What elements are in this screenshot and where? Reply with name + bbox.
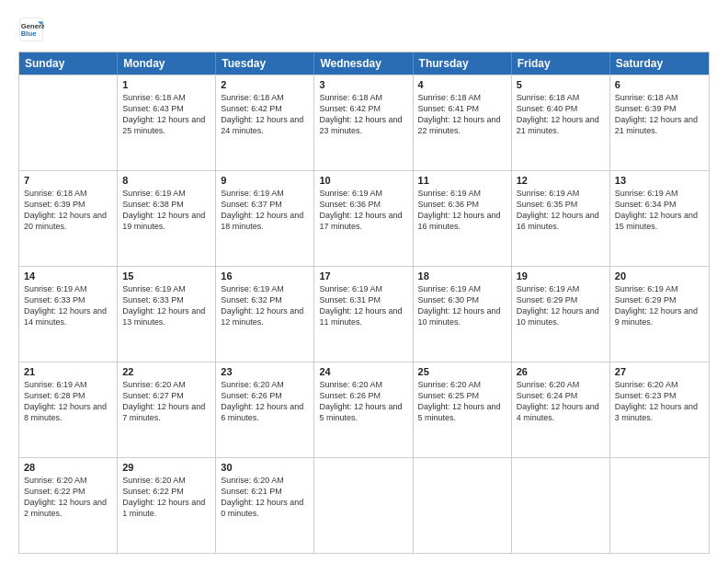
day-number: 28: [24, 462, 112, 473]
cal-cell-2-4: 10 Sunrise: 6:19 AMSunset: 6:36 PMDaylig…: [314, 171, 413, 266]
day-info: Sunrise: 6:19 AMSunset: 6:38 PMDaylight:…: [122, 188, 210, 233]
day-info: Sunrise: 6:18 AMSunset: 6:41 PMDaylight:…: [418, 92, 506, 137]
day-number: 16: [221, 270, 309, 282]
header: General Blue: [18, 17, 710, 42]
logo-icon: General Blue: [18, 17, 44, 42]
cal-cell-3-7: 20 Sunrise: 6:19 AMSunset: 6:29 PMDaylig…: [610, 267, 709, 362]
page: General Blue SundayMondayTuesdayWednesda…: [0, 0, 728, 563]
day-number: 11: [418, 175, 506, 186]
cal-cell-4-1: 21 Sunrise: 6:19 AMSunset: 6:28 PMDaylig…: [19, 362, 118, 457]
day-number: 18: [418, 270, 506, 282]
week-row-1: 1 Sunrise: 6:18 AMSunset: 6:43 PMDayligh…: [19, 75, 709, 170]
day-info: Sunrise: 6:20 AMSunset: 6:26 PMDaylight:…: [221, 379, 309, 424]
day-number: 6: [615, 79, 704, 90]
cal-cell-1-5: 4 Sunrise: 6:18 AMSunset: 6:41 PMDayligh…: [414, 75, 512, 170]
col-header-wednesday: Wednesday: [314, 52, 413, 75]
week-row-3: 14 Sunrise: 6:19 AMSunset: 6:33 PMDaylig…: [19, 266, 709, 362]
day-info: Sunrise: 6:20 AMSunset: 6:27 PMDaylight:…: [122, 379, 210, 424]
day-info: Sunrise: 6:20 AMSunset: 6:24 PMDaylight:…: [517, 379, 605, 424]
cal-cell-4-2: 22 Sunrise: 6:20 AMSunset: 6:27 PMDaylig…: [118, 362, 216, 457]
day-number: 7: [24, 175, 112, 186]
day-number: 8: [122, 175, 210, 186]
cal-cell-4-7: 27 Sunrise: 6:20 AMSunset: 6:23 PMDaylig…: [610, 362, 709, 457]
day-number: 4: [418, 79, 506, 90]
cal-cell-3-2: 15 Sunrise: 6:19 AMSunset: 6:33 PMDaylig…: [118, 267, 216, 362]
cal-cell-1-4: 3 Sunrise: 6:18 AMSunset: 6:42 PMDayligh…: [314, 75, 413, 170]
logo: General Blue: [18, 17, 48, 42]
day-info: Sunrise: 6:20 AMSunset: 6:22 PMDaylight:…: [24, 475, 112, 520]
day-info: Sunrise: 6:19 AMSunset: 6:33 PMDaylight:…: [24, 283, 112, 328]
cal-cell-2-1: 7 Sunrise: 6:18 AMSunset: 6:39 PMDayligh…: [19, 171, 118, 266]
cal-cell-3-6: 19 Sunrise: 6:19 AMSunset: 6:29 PMDaylig…: [512, 267, 610, 362]
day-number: 24: [319, 366, 407, 377]
day-info: Sunrise: 6:20 AMSunset: 6:25 PMDaylight:…: [418, 379, 506, 424]
day-info: Sunrise: 6:19 AMSunset: 6:37 PMDaylight:…: [221, 188, 309, 233]
day-number: 20: [615, 270, 704, 282]
day-info: Sunrise: 6:19 AMSunset: 6:36 PMDaylight:…: [418, 188, 506, 233]
day-number: 26: [517, 366, 605, 377]
day-info: Sunrise: 6:20 AMSunset: 6:22 PMDaylight:…: [122, 475, 210, 520]
day-info: Sunrise: 6:18 AMSunset: 6:42 PMDaylight:…: [221, 92, 309, 137]
cal-cell-3-4: 17 Sunrise: 6:19 AMSunset: 6:31 PMDaylig…: [314, 267, 413, 362]
day-number: 29: [122, 462, 210, 473]
day-info: Sunrise: 6:18 AMSunset: 6:39 PMDaylight:…: [615, 92, 704, 137]
cal-cell-5-5: [414, 458, 512, 553]
cal-cell-2-5: 11 Sunrise: 6:19 AMSunset: 6:36 PMDaylig…: [414, 171, 512, 266]
cal-cell-3-3: 16 Sunrise: 6:19 AMSunset: 6:32 PMDaylig…: [216, 267, 314, 362]
day-number: 22: [122, 366, 210, 377]
day-info: Sunrise: 6:18 AMSunset: 6:42 PMDaylight:…: [319, 92, 407, 137]
calendar-body: 1 Sunrise: 6:18 AMSunset: 6:43 PMDayligh…: [19, 75, 709, 553]
cal-cell-4-3: 23 Sunrise: 6:20 AMSunset: 6:26 PMDaylig…: [216, 362, 314, 457]
calendar-header: SundayMondayTuesdayWednesdayThursdayFrid…: [19, 52, 709, 75]
day-number: 17: [319, 270, 407, 282]
day-number: 10: [319, 175, 407, 186]
day-info: Sunrise: 6:19 AMSunset: 6:34 PMDaylight:…: [615, 188, 704, 233]
day-info: Sunrise: 6:19 AMSunset: 6:32 PMDaylight:…: [221, 283, 309, 328]
day-number: 25: [418, 366, 506, 377]
day-number: 1: [122, 79, 210, 90]
col-header-thursday: Thursday: [414, 52, 512, 75]
cal-cell-1-1: [19, 75, 118, 170]
cal-cell-3-1: 14 Sunrise: 6:19 AMSunset: 6:33 PMDaylig…: [19, 267, 118, 362]
day-info: Sunrise: 6:20 AMSunset: 6:26 PMDaylight:…: [319, 379, 407, 424]
day-number: 13: [615, 175, 704, 186]
day-info: Sunrise: 6:18 AMSunset: 6:39 PMDaylight:…: [24, 188, 112, 233]
cal-cell-3-5: 18 Sunrise: 6:19 AMSunset: 6:30 PMDaylig…: [414, 267, 512, 362]
cal-cell-1-7: 6 Sunrise: 6:18 AMSunset: 6:39 PMDayligh…: [610, 75, 709, 170]
day-info: Sunrise: 6:18 AMSunset: 6:43 PMDaylight:…: [122, 92, 210, 137]
day-number: 30: [221, 462, 309, 473]
day-info: Sunrise: 6:19 AMSunset: 6:28 PMDaylight:…: [24, 379, 112, 424]
cal-cell-5-4: [314, 458, 413, 553]
cal-cell-5-2: 29 Sunrise: 6:20 AMSunset: 6:22 PMDaylig…: [118, 458, 216, 553]
day-number: 3: [319, 79, 407, 90]
day-info: Sunrise: 6:19 AMSunset: 6:35 PMDaylight:…: [517, 188, 605, 233]
day-info: Sunrise: 6:20 AMSunset: 6:23 PMDaylight:…: [615, 379, 704, 424]
cal-cell-5-1: 28 Sunrise: 6:20 AMSunset: 6:22 PMDaylig…: [19, 458, 118, 553]
day-info: Sunrise: 6:19 AMSunset: 6:30 PMDaylight:…: [418, 283, 506, 328]
day-number: 14: [24, 270, 112, 282]
cal-cell-4-6: 26 Sunrise: 6:20 AMSunset: 6:24 PMDaylig…: [512, 362, 610, 457]
cal-cell-5-6: [512, 458, 610, 553]
day-number: 19: [517, 270, 605, 282]
col-header-sunday: Sunday: [19, 52, 118, 75]
cal-cell-1-3: 2 Sunrise: 6:18 AMSunset: 6:42 PMDayligh…: [216, 75, 314, 170]
cal-cell-4-4: 24 Sunrise: 6:20 AMSunset: 6:26 PMDaylig…: [314, 362, 413, 457]
day-number: 12: [517, 175, 605, 186]
day-info: Sunrise: 6:18 AMSunset: 6:40 PMDaylight:…: [517, 92, 605, 137]
day-number: 9: [221, 175, 309, 186]
week-row-5: 28 Sunrise: 6:20 AMSunset: 6:22 PMDaylig…: [19, 457, 709, 553]
day-number: 27: [615, 366, 704, 377]
cal-cell-5-7: [610, 458, 709, 553]
day-info: Sunrise: 6:20 AMSunset: 6:21 PMDaylight:…: [221, 475, 309, 520]
day-info: Sunrise: 6:19 AMSunset: 6:29 PMDaylight:…: [517, 283, 605, 328]
cal-cell-2-7: 13 Sunrise: 6:19 AMSunset: 6:34 PMDaylig…: [610, 171, 709, 266]
week-row-4: 21 Sunrise: 6:19 AMSunset: 6:28 PMDaylig…: [19, 362, 709, 457]
col-header-saturday: Saturday: [610, 52, 709, 75]
day-number: 5: [517, 79, 605, 90]
cal-cell-1-2: 1 Sunrise: 6:18 AMSunset: 6:43 PMDayligh…: [118, 75, 216, 170]
week-row-2: 7 Sunrise: 6:18 AMSunset: 6:39 PMDayligh…: [19, 170, 709, 266]
day-number: 23: [221, 366, 309, 377]
svg-text:Blue: Blue: [21, 29, 37, 38]
cal-cell-2-2: 8 Sunrise: 6:19 AMSunset: 6:38 PMDayligh…: [118, 171, 216, 266]
col-header-tuesday: Tuesday: [216, 52, 314, 75]
